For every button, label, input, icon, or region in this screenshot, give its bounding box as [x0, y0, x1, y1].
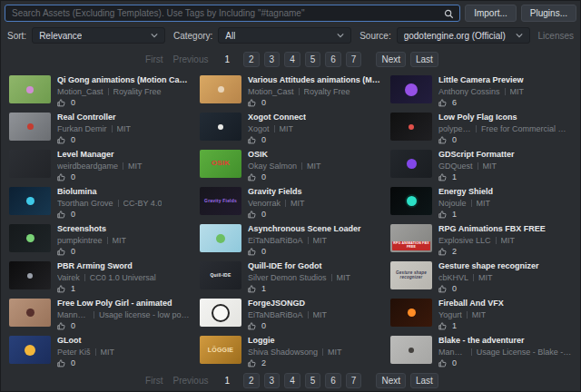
- asset-title[interactable]: OSIK: [248, 150, 321, 159]
- asset-thumbnail[interactable]: [200, 299, 241, 327]
- asset-thumbnail[interactable]: [390, 75, 432, 103]
- asset-thumbnail[interactable]: [9, 150, 51, 178]
- pagination-page-button[interactable]: 4: [284, 373, 300, 388]
- asset-title[interactable]: Various Attitudes animations (Motion Cas…: [248, 75, 381, 84]
- pagination-page-button[interactable]: 7: [346, 52, 362, 67]
- asset-title[interactable]: GDScript Formatter: [438, 150, 515, 159]
- asset-thumbnail[interactable]: RPG ANIMATION FBX FREE: [390, 224, 432, 252]
- pagination-page-button[interactable]: 2: [243, 52, 260, 67]
- sort-dropdown[interactable]: Relevance: [32, 27, 165, 44]
- asset-title[interactable]: PBR Arming Sword: [57, 261, 156, 270]
- thumbs-up-icon: [248, 211, 256, 219]
- source-dropdown[interactable]: godotengine.org (Official): [397, 27, 530, 44]
- asset-card[interactable]: Real Controller Furkan Demir MIT 0: [9, 112, 191, 145]
- asset-thumbnail[interactable]: [9, 299, 51, 327]
- asset-thumbnail[interactable]: [390, 187, 432, 215]
- asset-thumbnail[interactable]: [390, 150, 432, 178]
- pagination-page-button[interactable]: 3: [264, 373, 281, 388]
- asset-card[interactable]: PBR Arming Sword Vairek CC0 1.0 Universa…: [9, 260, 191, 294]
- asset-title[interactable]: Blake - the adventurer: [438, 336, 572, 345]
- import-button[interactable]: Import...: [465, 5, 517, 22]
- asset-title[interactable]: Energy Shield: [438, 187, 493, 196]
- asset-card[interactable]: GDScript Formatter GDQuest MIT 1: [390, 149, 572, 182]
- asset-thumbnail[interactable]: [390, 336, 432, 364]
- asset-title[interactable]: Asynchronous Scene Loader: [248, 224, 361, 233]
- asset-title[interactable]: Biolumina: [57, 187, 162, 196]
- asset-thumbnail[interactable]: [200, 224, 241, 252]
- asset-card[interactable]: Energy Shield Nojoule MIT 1: [390, 186, 572, 220]
- asset-title[interactable]: Screenshots: [57, 224, 126, 233]
- plugins-button[interactable]: Plugins...: [521, 5, 576, 22]
- asset-thumbnail[interactable]: [9, 75, 51, 103]
- asset-thumbnail[interactable]: [200, 113, 241, 141]
- asset-thumbnail[interactable]: OSIK: [200, 150, 241, 178]
- asset-card[interactable]: Level Manager weirdbeardgame MIT 0: [9, 149, 191, 182]
- asset-thumbnail[interactable]: Quill-IDE: [200, 261, 241, 289]
- asset-thumbnail[interactable]: [9, 187, 51, 215]
- asset-card[interactable]: Blake - the adventurer Manneko Usage Lic…: [390, 335, 572, 368]
- asset-card[interactable]: Xogot Connect Xogot MIT 0: [200, 112, 381, 145]
- asset-title[interactable]: Gravity Fields: [248, 187, 305, 196]
- pagination-page-button[interactable]: 3: [264, 52, 281, 67]
- pagination-page-button[interactable]: 7: [346, 373, 362, 388]
- asset-title[interactable]: Xogot Connect: [248, 113, 306, 122]
- asset-card[interactable]: Screenshots pumpkintree MIT 0: [9, 223, 191, 257]
- asset-card[interactable]: Low Poly Flag Icons polyperfect Free for…: [390, 112, 572, 145]
- pagination-page-button[interactable]: 5: [305, 373, 321, 388]
- pagination-next-button[interactable]: Next: [376, 52, 406, 67]
- asset-thumbnail[interactable]: Gesture shape recognizer: [390, 261, 432, 289]
- asset-card[interactable]: Gesture shape recognizer Gesture shape r…: [390, 260, 572, 294]
- asset-thumbnail[interactable]: LÖGGIE: [200, 336, 241, 364]
- asset-card[interactable]: Little Camera Preview Anthony Cossins MI…: [390, 74, 572, 108]
- asset-title[interactable]: Fireball And VFX: [438, 299, 504, 308]
- asset-thumbnail[interactable]: [390, 299, 432, 327]
- asset-card[interactable]: Asynchronous Scene Loader EiTaNBaRiBoA M…: [200, 223, 381, 257]
- asset-card[interactable]: Quill-IDE Quill-IDE for Godot Silver Dem…: [200, 260, 381, 294]
- asset-title[interactable]: Little Camera Preview: [438, 75, 524, 84]
- asset-thumbnail[interactable]: [9, 113, 51, 141]
- asset-thumbnail[interactable]: [390, 113, 432, 141]
- asset-card[interactable]: RPG ANIMATION FBX FREE RPG Animations FB…: [390, 223, 572, 257]
- asset-thumbnail[interactable]: Gravity Fields: [200, 187, 241, 215]
- asset-title[interactable]: GLoot: [57, 336, 114, 345]
- asset-likes: 0: [248, 321, 327, 330]
- asset-title[interactable]: Low Poly Flag Icons: [438, 113, 572, 122]
- asset-title[interactable]: Gesture shape recognizer: [438, 261, 539, 270]
- asset-card[interactable]: Fireball And VFX Yogurt MIT 1: [390, 298, 572, 331]
- asset-title[interactable]: Loggie: [248, 336, 342, 345]
- search-icon[interactable]: [444, 9, 454, 19]
- search-box[interactable]: [5, 5, 460, 22]
- pagination-page-button[interactable]: 6: [325, 373, 341, 388]
- pagination-next-button[interactable]: Next: [376, 373, 406, 388]
- asset-card[interactable]: LÖGGIE Loggie Shiva Shadowsong MIT 2: [200, 335, 381, 368]
- asset-card[interactable]: Gravity Fields Gravity Fields Venorrak M…: [200, 186, 381, 220]
- asset-title[interactable]: ForgeJSONGD: [248, 299, 327, 308]
- asset-title[interactable]: Qi Gong animations (Motion Cast - FREE02…: [57, 75, 191, 84]
- asset-title[interactable]: RPG Animations FBX FREE: [438, 224, 546, 233]
- asset-title[interactable]: Real Controller: [57, 113, 131, 122]
- asset-card[interactable]: Free Low Poly Girl - animated Manneko Us…: [9, 298, 191, 331]
- asset-thumbnail[interactable]: [9, 224, 51, 252]
- asset-card[interactable]: Various Attitudes animations (Motion Cas…: [200, 74, 381, 108]
- pagination-last-button[interactable]: Last: [410, 52, 438, 67]
- asset-card[interactable]: ForgeJSONGD EiTaNBaRiBoA MIT 0: [200, 298, 381, 331]
- pagination-page-button[interactable]: 4: [284, 52, 300, 67]
- asset-card[interactable]: GLoot Peter Kiš MIT 0: [9, 335, 191, 368]
- category-dropdown[interactable]: All: [218, 27, 351, 44]
- asset-likes: 0: [248, 98, 381, 107]
- pagination-page-button[interactable]: 6: [325, 52, 341, 67]
- asset-title[interactable]: Level Manager: [57, 150, 143, 159]
- asset-card[interactable]: OSIK OSIK Okay Salmon MIT 0: [200, 149, 381, 182]
- asset-thumbnail[interactable]: [200, 75, 241, 103]
- pagination-page-button[interactable]: 2: [243, 373, 260, 388]
- asset-card[interactable]: Qi Gong animations (Motion Cast - FREE02…: [9, 74, 191, 108]
- asset-thumbnail[interactable]: [9, 261, 51, 289]
- pagination-page-button[interactable]: 5: [305, 52, 321, 67]
- asset-title[interactable]: Quill-IDE for Godot: [248, 261, 350, 270]
- asset-card[interactable]: Biolumina Tsorthan Grove CC-BY 4.0 0: [9, 186, 191, 220]
- search-input[interactable]: [5, 8, 459, 18]
- licenses-link[interactable]: Licenses: [536, 31, 576, 41]
- pagination-last-button[interactable]: Last: [410, 373, 438, 388]
- asset-thumbnail[interactable]: [9, 336, 51, 364]
- asset-title[interactable]: Free Low Poly Girl - animated: [57, 299, 191, 308]
